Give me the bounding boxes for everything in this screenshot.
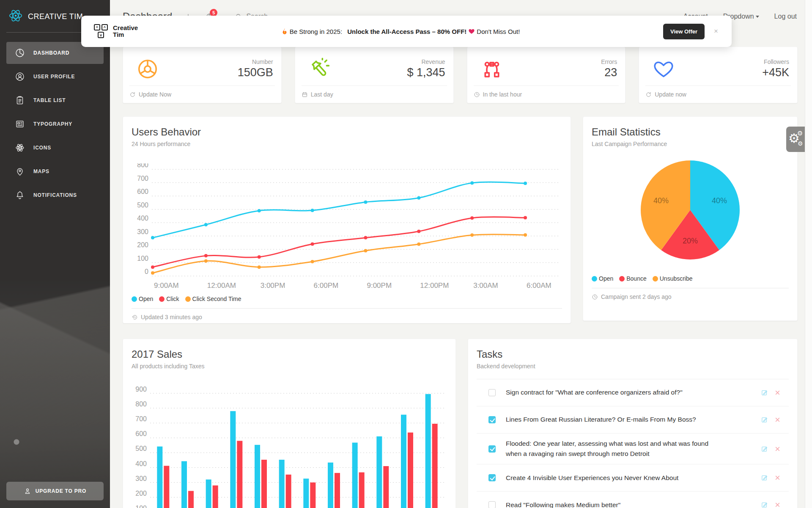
settings-plugin-button[interactable]: ⚙ ⚙ ⚙ [786,127,805,152]
sidebar-item-user-profile[interactable]: USER PROFILE [6,66,104,88]
history-icon [132,314,138,320]
svg-text:700: 700 [135,415,147,422]
task-row: Read "Following makes Medium better" [477,491,789,508]
banner-message: Be Strong in 2025: Unlock the All-Access… [138,28,663,35]
heart-icon [468,28,475,35]
svg-text:800: 800 [137,163,148,168]
card-subtitle: 24 Hours performance [132,141,562,147]
sidebar-item-typography[interactable]: TYPOGRAPHY [6,113,104,135]
svg-text:9:00PM: 9:00PM [367,282,392,290]
task-row: Flooded: One year later, assessing what … [477,433,789,464]
banner-close-icon[interactable]: × [714,27,718,36]
close-icon[interactable] [774,501,781,508]
gear-small-icon: ⚙ [798,141,803,146]
atom-icon [15,143,25,153]
person-icon [24,487,31,495]
close-icon[interactable] [774,389,781,396]
map-pin-icon [15,166,25,177]
task-text: Read "Following makes Medium better" [496,495,761,508]
close-icon[interactable] [774,474,781,481]
edit-icon[interactable] [761,416,768,423]
email-statistics-card: Email Statistics Last Campaign Performan… [583,116,798,321]
stat-card-revenue: Revenue $ 1,345 Last day [295,47,454,103]
card-title: 2017 Sales [132,348,447,360]
stat-value: +45K [762,66,789,79]
close-icon[interactable] [774,416,781,423]
view-offer-button[interactable]: View Offer [663,24,705,39]
task-table: Sign contract for "What are conference o… [477,379,789,508]
upgrade-to-pro-button[interactable]: UPGRADE TO PRO [6,482,104,500]
legend-dot-click [159,296,165,302]
svg-text:300: 300 [135,475,147,482]
card-footer-text: Updated 3 minutes ago [141,314,202,320]
fire-icon [281,28,288,35]
gear-small-icon: ⚙ [797,130,803,136]
task-row: Lines From Great Russian Literature? Or … [477,406,789,433]
legend-dot-click-second [185,296,191,302]
atom-icon [8,8,23,25]
task-checkbox[interactable] [488,501,496,508]
svg-text:3:00AM: 3:00AM [473,282,498,290]
svg-text:6:00PM: 6:00PM [314,282,339,290]
sidebar-item-maps[interactable]: MAPS [6,160,104,182]
creative-tim-logo-icon: ^^v [94,24,109,39]
task-checkbox[interactable] [488,445,496,453]
promo-banner: ^^v CreativeTim Be Strong in 2025: Unloc… [81,16,732,47]
stat-card-followers: Followers +45K Update now [639,47,798,103]
card-title: Email Statistics [592,126,789,138]
task-checkbox[interactable] [488,474,496,481]
edit-icon[interactable] [761,474,768,481]
task-text: Lines From Great Russian Literature? Or … [496,409,761,430]
svg-text:40%: 40% [712,196,727,205]
tasks-card: Tasks Backend development Sign contract … [468,339,798,508]
card-subtitle: Backend development [477,363,789,370]
sidebar-item-table-list[interactable]: TABLE LIST [6,89,104,111]
svg-text:12:00AM: 12:00AM [207,282,236,290]
svg-text:12:00PM: 12:00PM [420,282,449,290]
legend-dot-bounce [619,276,625,282]
task-text: Sign contract for "What are conference o… [496,382,761,403]
sidebar-item-notifications[interactable]: NOTIFICATIONS [6,184,104,206]
stat-label: Revenue [407,58,445,65]
stat-footer: Update now [655,91,686,98]
clock-icon [474,91,480,98]
card-subtitle: Last Campaign Performance [592,141,789,147]
svg-text:40%: 40% [653,196,669,205]
sidebar: CREATIVE TIM DASHBOARD USER PROFILE TAB [0,0,110,508]
flashlight-icon [307,58,333,80]
chart-legend: Open Bounce Unsubscribe [592,275,789,282]
refresh-icon [129,91,136,98]
svg-text:200: 200 [137,241,148,248]
logout-link[interactable]: Log out [774,13,797,20]
scrollbar[interactable] [805,0,812,508]
sidebar-nav: DASHBOARD USER PROFILE TABLE LIST TYPOGR… [0,42,110,208]
task-checkbox[interactable] [488,389,496,396]
stat-card-errors: Errors 23 In the last hour [467,47,626,103]
svg-text:900: 900 [135,387,147,393]
chevron-down-icon [756,16,759,18]
svg-text:400: 400 [135,460,147,467]
svg-text:400: 400 [137,215,148,222]
task-row: Sign contract for "What are conference o… [477,379,789,406]
calendar-icon [302,91,308,98]
email-statistics-pie-chart: 40%20%40% [639,159,741,261]
stat-value: $ 1,345 [407,66,445,79]
svg-text:600: 600 [137,188,148,195]
chart-pie-icon [134,58,161,80]
stat-value: 23 [601,66,617,79]
stat-footer: In the last hour [483,91,522,98]
task-checkbox[interactable] [488,416,496,423]
close-icon[interactable] [774,445,781,453]
sidebar-item-icons[interactable]: ICONS [6,137,104,159]
users-behavior-card: Users Behavior 24 Hours performance 0100… [123,116,571,323]
sales-bar-chart: 0100200300400500600700800900JanFebMarApr… [132,387,447,508]
edit-icon[interactable] [761,389,768,396]
edit-icon[interactable] [761,445,768,453]
stat-footer: Last day [311,91,333,98]
legend-dot-open [592,276,597,282]
edit-icon[interactable] [761,501,768,508]
stat-label: Followers [762,58,789,65]
task-text: Create 4 Invisible User Experiences you … [496,468,761,488]
svg-text:100: 100 [135,505,147,508]
svg-text:100: 100 [137,255,148,262]
